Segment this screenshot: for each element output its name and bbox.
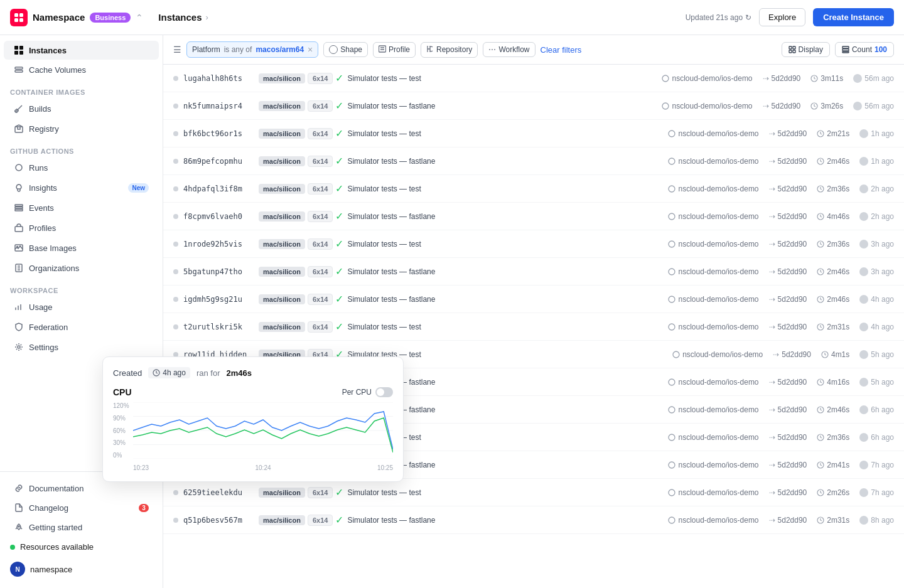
row-status: ✓ Simulator tests — test xyxy=(335,127,668,139)
filter-icon[interactable]: ☰ xyxy=(173,45,181,55)
toggle-knob xyxy=(377,388,384,396)
sidebar-item-builds[interactable]: Builds xyxy=(4,99,159,118)
svg-point-38 xyxy=(669,186,675,192)
row-time: 3h ago xyxy=(859,240,894,249)
workflow-filter[interactable]: ⋯ Workflow xyxy=(483,42,535,57)
sidebar-item-registry[interactable]: Registry xyxy=(4,119,159,138)
status-icon: ✓ xyxy=(335,72,343,84)
row-right: nscloud-demo/ios-demo ⇢ 5d2dd90 2m21s 1h… xyxy=(668,129,894,138)
platform-filter[interactable]: Platform is any of macos/arm64 × xyxy=(186,41,318,58)
sidebar-item-organizations[interactable]: Organizations xyxy=(4,259,159,277)
row-id: f8cpmv6lvaeh0 xyxy=(183,212,259,221)
repo-icon xyxy=(668,489,675,496)
duration-value: 2m36s xyxy=(827,240,849,249)
repo-icon xyxy=(668,323,675,331)
sidebar-item-settings[interactable]: Settings xyxy=(4,338,159,356)
table-row[interactable]: 86m9pefcopmhu mac/silicon 6x14 ✓ Simulat… xyxy=(163,147,904,175)
svg-rect-22 xyxy=(379,46,386,52)
row-right: nscloud-demo/ios-demo ⇢ 5d2dd90 2m31s 8h… xyxy=(668,516,894,525)
row-id: bfk6bct96or1s xyxy=(183,129,259,138)
explore-button[interactable]: Explore xyxy=(759,8,805,26)
repo-icon xyxy=(668,434,675,441)
display-button[interactable]: Display xyxy=(782,42,830,57)
row-time: 4h ago xyxy=(859,323,894,331)
resources-dot-icon xyxy=(10,545,15,550)
table-row[interactable]: bfk6bct96or1s mac/silicon 6x14 ✓ Simulat… xyxy=(163,120,904,147)
row-commit: ⇢ 5d2dd90 xyxy=(769,323,807,331)
duration-icon xyxy=(817,158,824,165)
sidebar-item-base-images[interactable]: Base Images xyxy=(4,238,159,257)
commit-hash: 5d2dd90 xyxy=(778,212,807,221)
size-tag: 6x14 xyxy=(308,515,333,526)
refresh-icon[interactable]: ↻ xyxy=(745,13,751,22)
size-tag: 6x14 xyxy=(308,100,333,112)
table-row[interactable]: q51p6besv567m mac/silicon 6x14 ✓ Simulat… xyxy=(163,506,904,534)
sidebar-item-label: Builds xyxy=(29,104,51,114)
row-duration: 2m41s xyxy=(817,461,849,469)
sidebar-item-changelog[interactable]: Changelog 3 xyxy=(4,498,159,517)
table-row[interactable]: 1nrode92h5vis mac/silicon 6x14 ✓ Simulat… xyxy=(163,230,904,258)
sidebar-item-events[interactable]: Events xyxy=(4,198,159,217)
table-row[interactable]: 6259tieelekdu mac/silicon 6x14 ✓ Simulat… xyxy=(163,479,904,506)
size-tag: 6x14 xyxy=(308,183,333,195)
svg-rect-26 xyxy=(793,50,795,53)
sidebar-item-usage[interactable]: Usage xyxy=(4,297,159,316)
cpu-chart: 120% 90% 60% 30% 0% 10:23 10:24 10 xyxy=(113,402,393,471)
row-repo: nscloud-demo/ios-demo xyxy=(668,323,758,331)
chart-icon xyxy=(14,302,24,312)
sidebar-item-insights[interactable]: Insights New xyxy=(4,178,159,197)
shape-filter[interactable]: Shape xyxy=(323,42,368,57)
time-value: 3h ago xyxy=(871,240,894,249)
row-time: 7h ago xyxy=(859,461,894,469)
status-icon: ✓ xyxy=(335,100,343,112)
row-status: ✓ Simulator tests — test xyxy=(335,238,668,250)
sidebar-item-profiles[interactable]: Profiles xyxy=(4,218,159,237)
repo-name: nscloud-demo/ios-demo xyxy=(678,240,758,249)
sidebar-item-instances[interactable]: Instances xyxy=(4,41,159,60)
user-row[interactable]: N namespace xyxy=(0,557,163,582)
row-repo: nscloud-demo/ios-demo xyxy=(668,212,758,221)
svg-point-46 xyxy=(669,296,675,302)
table-row[interactable]: igdmh5g9sg21u mac/silicon 6x14 ✓ Simulat… xyxy=(163,286,904,313)
clear-filters-button[interactable]: Clear filters xyxy=(541,45,582,55)
row-duration: 4m1s xyxy=(821,350,849,359)
table-row[interactable]: t2urutlskri5k mac/silicon 6x14 ✓ Simulat… xyxy=(163,313,904,341)
platform-filter-close-icon[interactable]: × xyxy=(308,45,313,55)
sidebar-item-federation[interactable]: Federation xyxy=(4,318,159,336)
table-row[interactable]: 5bgatunp47tho mac/silicon 6x14 ✓ Simulat… xyxy=(163,258,904,286)
duration-value: 2m46s xyxy=(827,295,849,304)
row-right: nscloud-demo/ios-demo ⇢ 5d2dd90 4m46s 2h… xyxy=(668,212,894,221)
commit-arrow: ⇢ xyxy=(769,212,775,221)
updated-status: Updated 21s ago ↻ xyxy=(686,13,751,22)
time-icon xyxy=(859,433,868,442)
time-icon xyxy=(859,350,868,359)
repository-filter[interactable]: Repository xyxy=(421,42,478,58)
create-instance-button[interactable]: Create Instance xyxy=(813,8,894,26)
duration-value: 2m26s xyxy=(827,488,849,497)
per-cpu-toggle[interactable] xyxy=(375,387,393,397)
sidebar-item-runs[interactable]: Runs xyxy=(4,158,159,177)
table-row[interactable]: 4hdpafql3if8m mac/silicon 6x14 ✓ Simulat… xyxy=(163,175,904,203)
sidebar-item-getting-started[interactable]: Getting started xyxy=(4,518,159,537)
row-repo: nscloud-demo/ios-demo xyxy=(668,461,758,469)
platform-tag: mac/silicon xyxy=(259,101,305,111)
profile-filter[interactable]: Profile xyxy=(373,42,416,58)
table-row[interactable]: lugahalh8h6ts mac/silicon 6x14 ✓ Simulat… xyxy=(163,65,904,92)
row-repo: nscloud-demo/ios-demo xyxy=(668,129,758,138)
time-value: 56m ago xyxy=(864,102,894,110)
svg-rect-24 xyxy=(793,46,795,49)
time-value: 2h ago xyxy=(871,212,894,221)
time-icon xyxy=(859,323,868,331)
row-status: ✓ Simulator tests — test xyxy=(335,321,668,333)
workspace-chevron-icon[interactable]: ⌃ xyxy=(136,13,143,23)
time-icon xyxy=(859,267,868,276)
sidebar-item-cache-volumes[interactable]: Cache Volumes xyxy=(4,60,159,79)
table-row[interactable]: nk5fumnaipsr4 mac/silicon 6x14 ✓ Simulat… xyxy=(163,92,904,120)
cpu-chart-svg xyxy=(133,402,393,459)
duration-value: 4m46s xyxy=(827,212,849,221)
count-button[interactable]: Count 100 xyxy=(835,42,894,57)
row-id: nk5fumnaipsr4 xyxy=(183,102,259,110)
table-row[interactable]: f8cpmv6lvaeh0 mac/silicon 6x14 ✓ Simulat… xyxy=(163,203,904,230)
row-repo: nscloud-demo/ios-demo xyxy=(668,157,758,166)
row-indicator xyxy=(173,104,178,109)
